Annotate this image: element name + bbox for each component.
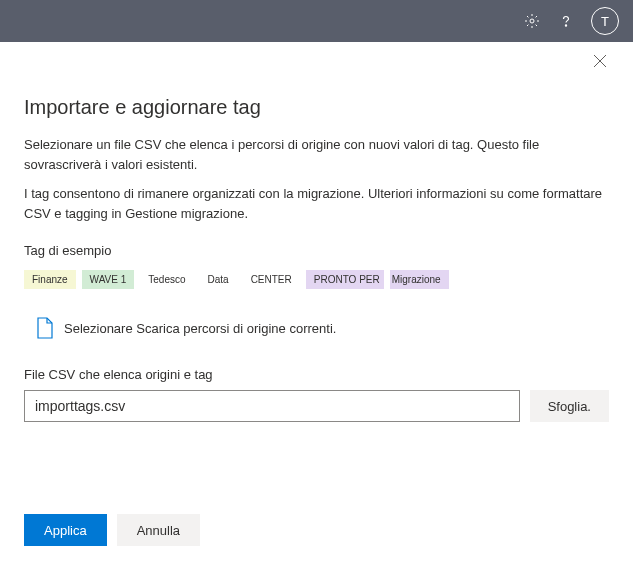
apply-button[interactable]: Applica — [24, 514, 107, 546]
close-icon[interactable] — [593, 54, 611, 72]
tag-tedesco: Tedesco — [140, 270, 193, 289]
svg-point-0 — [530, 19, 534, 23]
tag-pronto: PRONTO PER — [306, 270, 384, 289]
description-1: Selezionare un file CSV che elenca i per… — [24, 135, 609, 174]
help-icon[interactable] — [557, 12, 575, 30]
csv-file-input[interactable] — [24, 390, 520, 422]
page-title: Importare e aggiornare tag — [24, 96, 609, 119]
sample-tags-row: Finanze WAVE 1 Tedesco Data CENTER PRONT… — [24, 270, 609, 289]
avatar[interactable]: T — [591, 7, 619, 35]
download-row: Selezionare Scarica percorsi di origine … — [24, 317, 609, 339]
svg-point-1 — [565, 25, 566, 26]
csv-input-row: Sfoglia. — [24, 390, 609, 422]
description-2: I tag consentono di rimanere organizzati… — [24, 184, 609, 223]
tag-finance: Finanze — [24, 270, 76, 289]
tag-center: CENTER — [243, 270, 300, 289]
download-link-text[interactable]: Selezionare Scarica percorsi di origine … — [64, 321, 336, 336]
avatar-initial: T — [601, 14, 609, 29]
dialog-panel: Importare e aggiornare tag Selezionare u… — [0, 42, 633, 422]
tag-data: Data — [200, 270, 237, 289]
tag-wave: WAVE 1 — [82, 270, 135, 289]
browse-button[interactable]: Sfoglia. — [530, 390, 609, 422]
settings-icon[interactable] — [523, 12, 541, 30]
dialog-footer: Applica Annulla — [0, 498, 633, 564]
header-bar: T — [0, 0, 633, 42]
csv-field-label: File CSV che elenca origini e tag — [24, 367, 609, 382]
tag-migrazione: Migrazione — [390, 270, 449, 289]
cancel-button[interactable]: Annulla — [117, 514, 200, 546]
sample-tags-label: Tag di esempio — [24, 243, 609, 258]
file-icon — [36, 317, 54, 339]
